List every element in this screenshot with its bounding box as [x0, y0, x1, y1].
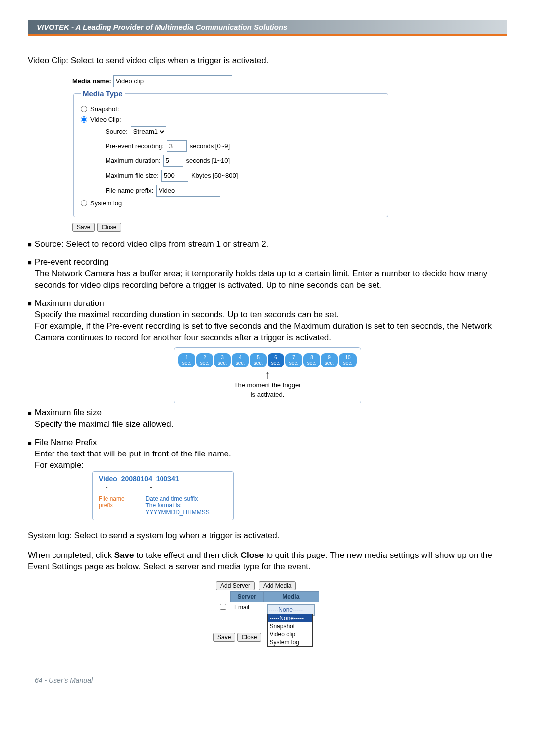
example-suffix: 20080104_100341: [121, 475, 179, 483]
media-option[interactable]: Snapshot: [268, 622, 312, 630]
preevent-input[interactable]: [167, 140, 187, 152]
completion-text-a: When completed, click: [28, 551, 114, 560]
timeline-sec: 2 sec.: [196, 353, 213, 367]
video-clip-title: Video Clip: [28, 56, 66, 65]
systemlog-desc: : Select to send a system log when a tri…: [69, 531, 279, 540]
for-example-label: For example:: [35, 460, 84, 471]
add-server-button[interactable]: Add Server: [216, 581, 255, 590]
page-footer: 64 - User's Manual: [28, 676, 507, 684]
systemlog-radio[interactable]: [81, 200, 87, 206]
event-row-server: Email: [230, 602, 263, 618]
bullet-icon: ■: [28, 409, 32, 430]
event-settings-panel: Add Server Add Media Server Media Email …: [213, 581, 322, 642]
maxsize-input[interactable]: [161, 170, 188, 182]
event-save-button[interactable]: Save: [213, 633, 235, 642]
videoclip-radio[interactable]: [81, 116, 87, 123]
video-clip-desc: : Select to send video clips when a trig…: [66, 56, 268, 65]
video-clip-heading: Video Clip: Select to send video clips w…: [28, 55, 507, 67]
completion-close: Close: [241, 551, 264, 560]
videoclip-label: Video Clip:: [90, 116, 121, 123]
media-option[interactable]: System log: [268, 638, 312, 646]
filename-bullet-body: Enter the text that will be put in front…: [35, 449, 231, 460]
bullet-icon: ■: [28, 258, 32, 291]
source-label: Source:: [106, 128, 128, 135]
maxsize-label: Maximum file size:: [106, 172, 159, 179]
example-label-prefix: File name prefix: [99, 495, 140, 516]
maxduration-hint: seconds [1~10]: [186, 157, 230, 164]
close-button[interactable]: Close: [97, 223, 121, 232]
filename-example: Video_20080104_100341 ↑ ↑ File name pref…: [92, 471, 234, 520]
maxduration-bullet-body1: Specify the maximal recording duration i…: [35, 309, 507, 321]
media-type-legend: Media Type: [81, 89, 125, 98]
event-close-button[interactable]: Close: [237, 633, 262, 642]
systemlog-label: System log: [90, 200, 122, 207]
maxduration-bullet-body2: For example, if the Pre-event recording …: [35, 321, 507, 344]
bullet-icon: ■: [28, 240, 32, 250]
timeline-sec: 3 sec.: [214, 353, 231, 367]
media-settings-panel: Media name: Media Type Snapshot: Video C…: [72, 75, 389, 217]
maxsize-bullet-body: Specify the maximal file size allowed.: [35, 419, 174, 430]
timeline-diagram: 1 sec.2 sec.3 sec.4 sec.5 sec.6 sec.7 se…: [174, 347, 361, 403]
filename-bullet-title: File Name Prefix: [35, 437, 231, 449]
doc-header: VIVOTEK - A Leading Provider of Multimed…: [28, 20, 507, 36]
maxduration-label: Maximum duration:: [106, 157, 160, 164]
example-label-suffix1: Date and time suffix: [145, 495, 198, 502]
maxsize-bullet-title: Maximum file size: [35, 407, 174, 419]
preevent-bullet-body: The Network Camera has a buffer area; it…: [35, 268, 507, 291]
timeline-caption2: is activated.: [178, 391, 357, 398]
snapshot-radio[interactable]: [81, 106, 87, 112]
timeline-sec: 1 sec.: [178, 353, 195, 367]
example-prefix: Video_: [99, 475, 121, 483]
timeline-sec: 4 sec.: [232, 353, 249, 367]
maxsize-hint: Kbytes [50~800]: [191, 172, 238, 179]
prefix-input[interactable]: [156, 185, 220, 197]
timeline-sec: 7 sec.: [285, 353, 302, 367]
bullet-icon: ■: [28, 300, 32, 344]
save-button[interactable]: Save: [72, 223, 95, 232]
preevent-bullet-title: Pre-event recording: [35, 257, 507, 268]
media-name-input[interactable]: [113, 75, 232, 87]
preevent-label: Pre-event recording:: [106, 142, 164, 150]
up-arrow-icon: ↑: [149, 484, 153, 494]
timeline-sec: 8 sec.: [303, 353, 320, 367]
preevent-hint: seconds [0~9]: [190, 142, 230, 150]
timeline-sec: 6 sec.: [268, 353, 284, 367]
media-type-fieldset: Media Type Snapshot: Video Clip: Source:…: [73, 89, 388, 217]
server-column-header: Server: [230, 591, 263, 602]
event-row-checkbox[interactable]: [220, 604, 226, 610]
media-option[interactable]: -----None-----: [268, 614, 312, 622]
up-arrow-icon: ↑: [178, 370, 357, 379]
systemlog-title: System log: [28, 531, 69, 540]
prefix-label: File name prefix:: [106, 187, 153, 194]
timeline-sec: 9 sec.: [321, 353, 338, 367]
media-column-header: Media: [263, 591, 319, 602]
source-select[interactable]: Stream1: [131, 126, 166, 137]
snapshot-label: Snapshot:: [90, 105, 119, 113]
add-media-button[interactable]: Add Media: [259, 581, 296, 590]
bullet-icon: ■: [28, 439, 32, 471]
media-dropdown[interactable]: -----None-----SnapshotVideo clipSystem l…: [267, 614, 313, 647]
example-label-suffix2: The format is: YYYYMMDD_HHMMSS: [145, 502, 209, 516]
maxduration-input[interactable]: [163, 155, 183, 167]
timeline-caption1: The moment the trigger: [178, 381, 357, 389]
media-option[interactable]: Video clip: [268, 630, 312, 638]
source-bullet: Source: Select to record video clips fro…: [35, 239, 268, 250]
completion-text-b: to take effect and then click: [134, 551, 241, 560]
timeline-sec: 10 sec.: [339, 353, 357, 367]
media-name-label: Media name:: [72, 77, 111, 85]
up-arrow-icon: ↑: [105, 484, 109, 494]
completion-save: Save: [114, 551, 134, 560]
timeline-sec: 5 sec.: [250, 353, 267, 367]
maxduration-bullet-title: Maximum duration: [35, 298, 507, 309]
